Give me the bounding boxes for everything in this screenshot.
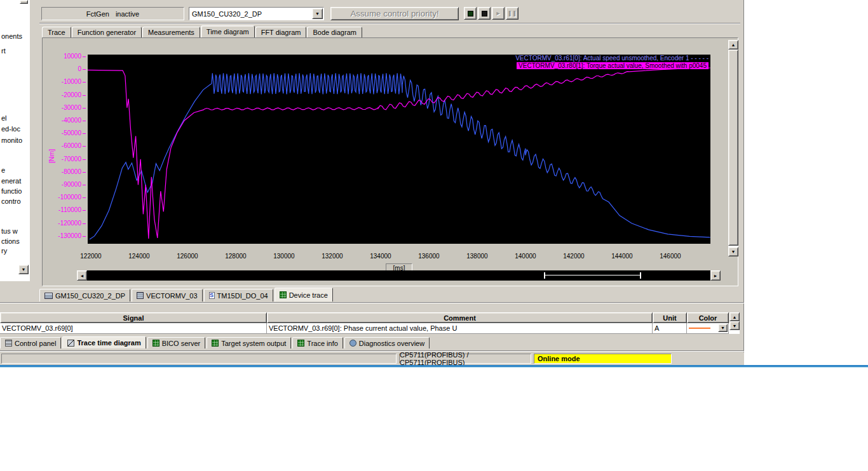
assume-control-priority-button[interactable]: Assume control priority! [330,7,459,20]
column-header-signal[interactable]: Signal [0,312,267,323]
tree-item-fragment[interactable]: rt [1,47,6,55]
horizontal-scrollbar[interactable]: ◄ ► [77,270,721,281]
control-panel-icon [5,340,12,347]
screen: onents rt el ed-loc monito e enerat func… [0,0,868,471]
bico-server-icon [153,340,159,347]
tab-fft-diagram[interactable]: FFT diagram [255,27,307,37]
zoom-range-line [545,275,640,275]
play-button[interactable]: ► [492,7,505,20]
column-header-comment[interactable]: Comment [267,312,653,323]
color-cell[interactable]: ▼ [687,323,729,334]
unit-cell[interactable]: A [653,323,687,334]
stop-button[interactable] [478,7,491,20]
device-tab-device-trace[interactable]: Device trace [275,288,333,302]
signal-table-header: Signal Comment Unit Color [0,312,740,323]
tab-label: FFT diagram [261,29,301,36]
view-tab-target-system-output[interactable]: Target system output [207,337,291,348]
tab-time-diagram[interactable]: Time diagram [201,25,255,37]
view-tab-bico-server[interactable]: BICO server [147,337,206,348]
signal-table: Signal Comment Unit Color VECTORMV_03.r6… [0,312,740,334]
tree-scroll-down-button[interactable]: ▼ [18,265,29,274]
project-tree-panel: onents rt el ed-loc monito e enerat func… [0,0,30,281]
control-unit-icon [137,292,144,299]
tree-item-fragment[interactable]: el [1,114,7,122]
down-arrow-icon: ▼ [22,267,26,272]
legend-entry-speed[interactable]: VECTORMV_03.r61[0]: Actual speed unsmoot… [515,55,709,62]
column-header-unit[interactable]: Unit [653,312,687,323]
y-tick-label: -130000 [43,232,81,239]
table-scroll-down-button[interactable]: ▼ [729,321,740,330]
table-scroll-up-button[interactable]: ▲ [729,312,740,321]
tree-item-fragment[interactable]: onents [1,32,22,40]
stop-icon [482,11,487,17]
scroll-down-button[interactable]: ▼ [728,247,738,256]
device-tab-gm150[interactable]: GM150_CU320_2_DP [39,289,130,302]
tree-scrollbar-sliver[interactable] [20,0,28,4]
record-button[interactable] [464,7,477,20]
pause-icon: ❚❚ [507,10,517,17]
device-tab-vectormv[interactable]: VECTORMV_03 [132,289,203,302]
y-tick-mark [83,236,86,237]
view-tab-trace-time-diagram[interactable]: Trace time diagram [62,336,146,348]
y-tick-label: 10000 [43,53,81,60]
tab-measurements[interactable]: Measurements [142,27,200,37]
y-tick-mark [83,82,86,83]
vertical-scrollbar[interactable]: ▲ ▼ [728,40,738,256]
tree-item-fragment[interactable]: monito [1,136,22,144]
vertical-scrollbar-thumb[interactable] [728,50,738,246]
legend-speed-label: VECTORMV_03.r61[0]: Actual speed unsmoot… [515,55,689,62]
legend-torque-label: VECTORMV_03.r80[1]: Torque actual value,… [519,62,707,69]
up-arrow-icon: ▲ [733,315,737,319]
x-tick-label: 144000 [600,253,644,260]
x-tick-label: 122000 [69,253,113,260]
y-tick-label: -50000 [43,129,81,136]
signal-cell[interactable]: VECTORMV_03.r69[0] [0,323,267,334]
y-tick-mark [83,95,86,96]
device-tab-tm15[interactable]: S TM15DI_DO_04 [204,289,273,302]
pause-button[interactable]: ❚❚ [506,7,519,20]
tab-trace[interactable]: Trace [42,27,71,37]
y-tick-mark [83,133,86,134]
device-tab-label: VECTORMV_03 [146,292,198,300]
scroll-right-button[interactable]: ► [710,270,721,281]
view-tab-strip: Control panel Trace time diagram BICO se… [0,336,430,348]
tree-item-fragment[interactable]: tus w [1,227,18,235]
column-header-color[interactable]: Color [687,312,729,323]
zoom-range-bracket[interactable] [544,272,641,279]
horizontal-scrollbar-track[interactable] [87,270,710,281]
view-tab-label: Control panel [15,340,56,347]
tab-label: Bode diagram [313,29,356,36]
tree-item-fragment[interactable]: enerat [1,177,21,185]
tree-item-fragment[interactable]: functio [1,187,22,195]
fctgen-status-field: FctGen inactive [41,7,184,20]
device-tab-label: Device trace [289,291,328,299]
view-tab-control-panel[interactable]: Control panel [0,337,61,348]
view-tab-diagnostics-overview[interactable]: Diagnostics overview [344,337,430,348]
tab-bode-diagram[interactable]: Bode diagram [307,27,362,37]
tab-function-generator[interactable]: Function generator [72,27,142,37]
scroll-left-button[interactable]: ◄ [77,270,87,281]
tree-item-fragment[interactable]: ry [1,247,7,255]
table-row[interactable]: VECTORMV_03.r69[0] VECTORMV_03.r69[0]: P… [0,323,740,334]
comment-cell[interactable]: VECTORMV_03.r69[0]: Phase current actual… [267,323,653,334]
dropdown-arrow-icon[interactable]: ▼ [312,8,323,19]
tree-item-fragment[interactable]: ed-loc [1,125,20,133]
tree-item-fragment[interactable]: ctions [1,237,20,245]
device-selector-dropdown[interactable]: GM150_CU320_2_DP ▼ [189,7,324,20]
y-tick-mark [83,69,86,70]
toolbar-divider [39,23,740,24]
tree-item-fragment[interactable]: contro [1,197,21,205]
y-tick-mark [83,172,86,173]
online-mode-label: Online mode [538,355,580,362]
view-tab-label: Diagnostics overview [359,340,424,347]
legend-entry-torque[interactable]: VECTORMV_03.r80[1]: Torque actual value,… [517,62,709,69]
device-tab-label: GM150_CU320_2_DP [55,292,125,300]
view-tab-trace-info[interactable]: Trace info [292,337,343,348]
y-tick-label: -110000 [43,206,81,213]
y-tick-mark [83,159,86,160]
tree-item-fragment[interactable]: e [1,166,5,174]
status-bar: CP5711(PROFIBUS) / CP5711(PROFIBUS) Onli… [0,352,744,365]
scroll-up-button[interactable]: ▲ [728,40,738,50]
color-dropdown-arrow-icon[interactable]: ▼ [718,324,728,332]
x-axis-tick-labels: 1220001240001260001280001300001320001340… [88,253,710,261]
